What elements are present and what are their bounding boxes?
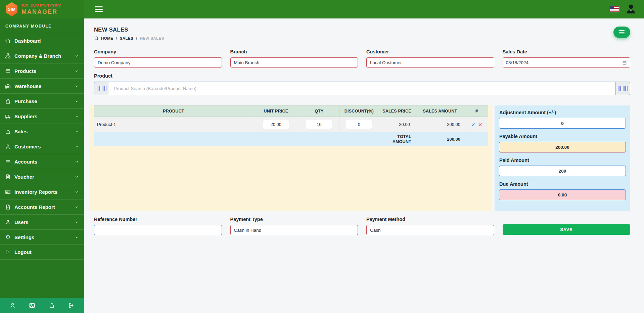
chevron-down-icon (75, 129, 79, 134)
calendar-icon[interactable] (622, 60, 627, 65)
sidebar-item-inventory-reports[interactable]: Inventory Reports (0, 184, 84, 199)
sales-menu-pill-button[interactable] (613, 27, 630, 38)
user-avatar[interactable] (625, 3, 637, 16)
language-flag-us-icon[interactable] (610, 6, 619, 12)
payment-summary-panel: Adjustment Amount (+/-) Payable Amount P… (495, 105, 630, 211)
reference-number-label: Reference Number (94, 217, 222, 222)
sidebar-item-label: Accounts (14, 159, 37, 165)
sidebar: SIM SS INVENTORY MANAGER COMPANY MODULE … (0, 0, 84, 313)
sidebar-toggle-hamburger-icon[interactable] (95, 5, 103, 13)
page-content: NEW SALES HOME / SALES / NEW SALES Compa… (84, 18, 644, 313)
qty-input[interactable] (306, 120, 332, 129)
home-icon (5, 38, 11, 44)
sidebar-item-dashboard[interactable]: Dashboard (0, 33, 84, 48)
payment-type-group: Payment Type (230, 217, 358, 235)
company-field[interactable] (94, 57, 222, 68)
product-box-icon (5, 68, 11, 74)
sidebar-item-voucher[interactable]: Voucher (0, 169, 84, 184)
breadcrumb-home[interactable]: HOME (101, 36, 113, 40)
payment-method-label: Payment Method (366, 217, 494, 222)
paid-group: Paid Amount (499, 158, 626, 176)
total-row: TOTAL AMOUNT 200.00 (94, 132, 488, 146)
sales-date-field[interactable]: 03/18/2024 (503, 57, 631, 68)
product-search-input[interactable] (109, 82, 615, 95)
due-amount-field (499, 189, 626, 200)
adjustment-amount-label: Adjustment Amount (+/-) (499, 110, 626, 115)
list-icon (5, 159, 11, 165)
sales-date-field-group: Sales Date 03/18/2024 (503, 49, 631, 68)
sidebar-item-logout[interactable]: Logout (0, 244, 84, 260)
save-button[interactable]: SAVE (503, 224, 631, 235)
sidebar-item-customers[interactable]: Customers (0, 139, 84, 154)
brand-line2: MANAGER (21, 9, 61, 15)
total-amount-label: TOTAL AMOUNT (379, 132, 415, 146)
chevron-down-icon (75, 144, 79, 149)
sidebar-item-accounts-report[interactable]: Accounts Report (0, 199, 84, 214)
sidebar-item-products[interactable]: Products (0, 63, 84, 78)
product-label: Product (94, 73, 630, 79)
logout-icon (5, 249, 11, 255)
delete-x-icon[interactable] (478, 123, 482, 127)
sidebar-item-label: Company & Branch (14, 53, 61, 59)
edit-pencil-icon[interactable] (471, 122, 476, 127)
payable-amount-field (499, 142, 626, 152)
chevron-down-icon (75, 235, 79, 239)
company-field-group: Company (94, 49, 222, 68)
discount-input[interactable] (346, 120, 372, 129)
logout-icon[interactable] (68, 302, 75, 309)
sidebar-item-label: Users (14, 219, 29, 225)
sidebar-item-warehouse[interactable]: Warehouse (0, 78, 84, 93)
customer-field[interactable] (366, 57, 494, 68)
sidebar-item-label: Settings (14, 234, 34, 240)
chevron-down-icon (75, 114, 79, 119)
table-header-row: PRODUCT UNIT PRICE QTY DISCOUNT(%) SALES… (94, 106, 488, 117)
breadcrumb-sales[interactable]: SALES (120, 36, 133, 40)
payment-type-field[interactable] (230, 225, 358, 235)
sidebar-item-label: Purchase (14, 98, 37, 104)
person-icon[interactable] (9, 302, 16, 309)
payment-method-field[interactable] (366, 225, 494, 235)
home-icon (94, 36, 98, 40)
reference-number-input[interactable] (94, 225, 222, 235)
lock-icon[interactable] (49, 302, 55, 309)
sidebar-item-sales[interactable]: Sales (0, 124, 84, 139)
sidebar-item-label: Customers (14, 144, 41, 149)
main-area: NEW SALES HOME / SALES / NEW SALES Compa… (84, 0, 644, 313)
product-search-group (94, 82, 630, 95)
sidebar-item-settings[interactable]: ⚙ Settings (0, 229, 84, 244)
paid-amount-input[interactable] (499, 166, 626, 176)
unit-price-input[interactable] (263, 120, 289, 129)
sidebar-item-label: Logout (14, 249, 32, 255)
row-actions (468, 122, 485, 127)
product-search-section: Product (94, 73, 630, 95)
sidebar-menu: Dashboard Company & Branch Products Ware… (0, 33, 84, 260)
branch-field[interactable] (230, 57, 358, 68)
total-amount-value: 200.00 (415, 132, 465, 146)
sales-bag-icon (5, 129, 11, 134)
sidebar-item-accounts[interactable]: Accounts (0, 154, 84, 169)
chevron-down-icon (75, 84, 79, 88)
sidebar-item-label: Accounts Report (14, 204, 55, 210)
customer-label: Customer (366, 49, 494, 54)
chevron-down-icon (75, 54, 79, 58)
sidebar-item-suppliers[interactable]: Suppliers (0, 108, 84, 124)
sim-hexagon-logo-icon: SIM (5, 2, 18, 16)
sale-items-panel: PRODUCT UNIT PRICE QTY DISCOUNT(%) SALES… (89, 105, 492, 211)
person-icon (5, 144, 11, 149)
image-icon[interactable] (29, 302, 35, 309)
sales-date-value: 03/18/2024 (506, 60, 529, 65)
file-chart-icon (5, 204, 11, 210)
chevron-down-icon (75, 69, 79, 73)
table-row: Product-1 20.00 200.00 (94, 117, 488, 132)
sidebar-item-company-branch[interactable]: Company & Branch (0, 48, 84, 63)
payable-amount-label: Payable Amount (499, 134, 626, 139)
sitemap-icon (5, 53, 11, 59)
sidebar-item-label: Inventory Reports (14, 189, 57, 195)
sidebar-item-purchase[interactable]: Purchase (0, 93, 84, 108)
adjustment-amount-input[interactable] (499, 118, 626, 129)
sidebar-item-users[interactable]: Users (0, 214, 84, 229)
barcode-icon (94, 82, 109, 95)
sidebar-footer (0, 298, 84, 313)
barcode-scan-icon[interactable] (615, 82, 630, 95)
brand-logo[interactable]: SIM SS INVENTORY MANAGER (0, 0, 84, 18)
